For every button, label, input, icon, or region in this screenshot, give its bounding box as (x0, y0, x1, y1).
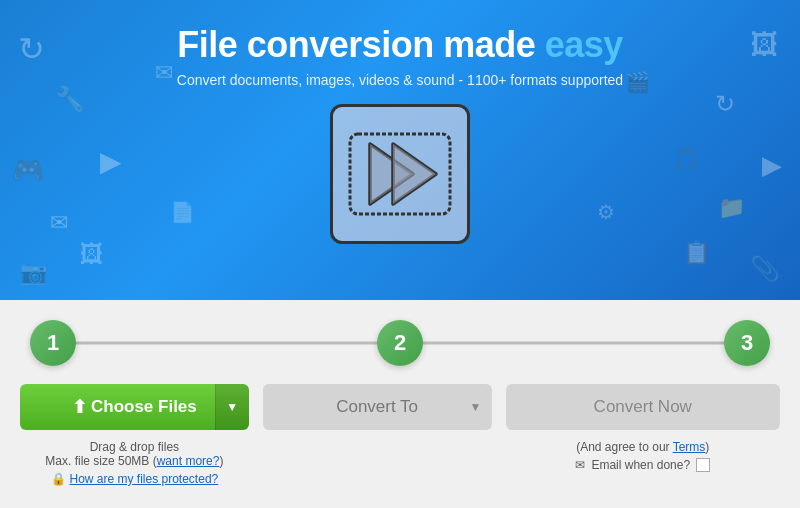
convert-now-button[interactable]: Convert Now (506, 384, 781, 430)
svg-marker-3 (393, 144, 436, 204)
hero-title: File conversion made easy (177, 24, 623, 66)
choose-files-dropdown-icon[interactable]: ▼ (215, 384, 249, 430)
terms-info: (And agree to our Terms) ✉ Email when do… (506, 440, 781, 472)
lock-icon: 🔒 (51, 472, 66, 486)
step-2-circle: 2 (377, 320, 423, 366)
step-1-circle: 1 (30, 320, 76, 366)
how-files-protected-link[interactable]: How are my files protected? (70, 472, 219, 486)
terms-line: (And agree to our Terms) (506, 440, 781, 454)
terms-link[interactable]: Terms (673, 440, 706, 454)
email-label: Email when done? (591, 458, 690, 472)
step-3-circle: 3 (724, 320, 770, 366)
file-protection-info: 🔒 How are my files protected? (20, 472, 249, 486)
hero-subtitle: Convert documents, images, videos & soun… (177, 72, 623, 88)
bottom-section: 1 2 3 ⬆ Choose Files ▼ Convert To ▼ Conv… (0, 300, 800, 508)
app-logo (330, 104, 470, 244)
envelope-icon: ✉ (575, 458, 585, 472)
logo-arrows-icon (345, 129, 455, 219)
convert-to-dropdown-icon: ▼ (470, 400, 482, 414)
steps-row: 1 2 3 (30, 320, 770, 366)
hero-section: ↻ 🔧 🎮 ✉ ▶ 🖼 📷 🖼 ↻ ▶ 📁 🎵 📋 📎 🎬 ✉ 📄 ⚙ File… (0, 0, 800, 300)
email-checkbox[interactable] (696, 458, 710, 472)
action-buttons-row: ⬆ Choose Files ▼ Convert To ▼ Convert No… (20, 384, 780, 430)
drag-drop-info: Drag & drop files Max. file size 50MB (w… (20, 440, 263, 486)
info-row: Drag & drop files Max. file size 50MB (w… (20, 440, 780, 486)
file-size-info: Max. file size 50MB (want more?) (20, 454, 249, 468)
upload-icon: ⬆ (72, 396, 87, 418)
choose-files-button[interactable]: ⬆ Choose Files ▼ (20, 384, 249, 430)
email-notification-row: ✉ Email when done? (506, 458, 781, 472)
want-more-link[interactable]: want more? (157, 454, 220, 468)
convert-to-button[interactable]: Convert To ▼ (263, 384, 492, 430)
